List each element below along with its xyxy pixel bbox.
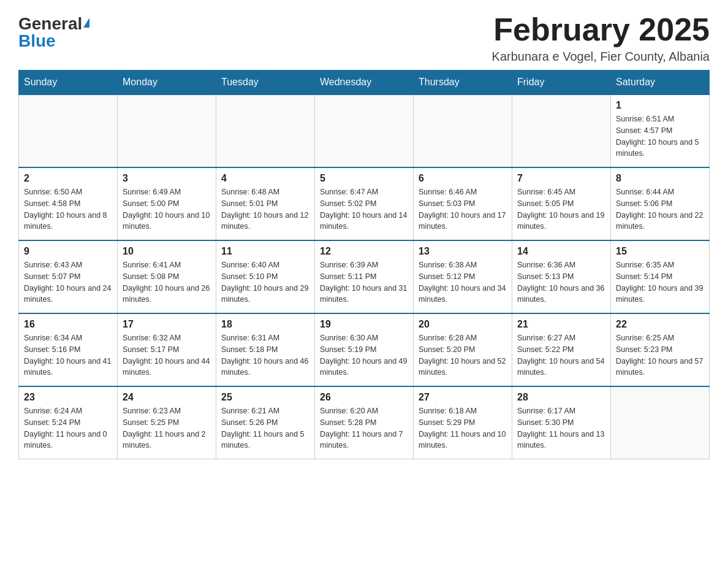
calendar-cell xyxy=(315,94,414,167)
calendar-cell: 18Sunrise: 6:31 AMSunset: 5:18 PMDayligh… xyxy=(216,313,315,386)
day-info: Sunrise: 6:21 AMSunset: 5:26 PMDaylight:… xyxy=(221,405,309,451)
calendar-cell: 7Sunrise: 6:45 AMSunset: 5:05 PMDaylight… xyxy=(512,167,611,240)
calendar-cell xyxy=(118,94,216,167)
day-number: 13 xyxy=(419,246,507,257)
calendar-cell: 9Sunrise: 6:43 AMSunset: 5:07 PMDaylight… xyxy=(19,240,118,313)
day-number: 20 xyxy=(419,319,507,330)
day-info: Sunrise: 6:18 AMSunset: 5:29 PMDaylight:… xyxy=(419,405,507,451)
day-info: Sunrise: 6:23 AMSunset: 5:25 PMDaylight:… xyxy=(123,405,211,451)
calendar-cell: 5Sunrise: 6:47 AMSunset: 5:02 PMDaylight… xyxy=(315,167,414,240)
calendar-cell: 13Sunrise: 6:38 AMSunset: 5:12 PMDayligh… xyxy=(414,240,512,313)
calendar-cell: 28Sunrise: 6:17 AMSunset: 5:30 PMDayligh… xyxy=(512,386,611,459)
page-header: General Blue February 2025 Karbunara e V… xyxy=(18,12,710,64)
calendar-cell xyxy=(512,94,611,167)
day-number: 15 xyxy=(616,246,704,257)
day-info: Sunrise: 6:47 AMSunset: 5:02 PMDaylight:… xyxy=(320,186,408,232)
calendar-cell: 10Sunrise: 6:41 AMSunset: 5:08 PMDayligh… xyxy=(118,240,216,313)
calendar-cell: 11Sunrise: 6:40 AMSunset: 5:10 PMDayligh… xyxy=(216,240,315,313)
day-number: 1 xyxy=(616,100,704,111)
day-number: 3 xyxy=(123,173,211,184)
calendar-cell: 3Sunrise: 6:49 AMSunset: 5:00 PMDaylight… xyxy=(118,167,216,240)
calendar-cell: 2Sunrise: 6:50 AMSunset: 4:58 PMDaylight… xyxy=(19,167,118,240)
day-info: Sunrise: 6:46 AMSunset: 5:03 PMDaylight:… xyxy=(419,186,507,232)
day-number: 2 xyxy=(24,173,112,184)
day-number: 27 xyxy=(419,392,507,403)
day-info: Sunrise: 6:25 AMSunset: 5:23 PMDaylight:… xyxy=(616,332,704,378)
calendar-week-1: 1Sunrise: 6:51 AMSunset: 4:57 PMDaylight… xyxy=(19,94,710,167)
calendar-cell xyxy=(19,94,118,167)
day-info: Sunrise: 6:43 AMSunset: 5:07 PMDaylight:… xyxy=(24,259,112,305)
weekday-header-row: SundayMondayTuesdayWednesdayThursdayFrid… xyxy=(19,71,710,95)
weekday-header-tuesday: Tuesday xyxy=(216,71,315,95)
day-info: Sunrise: 6:50 AMSunset: 4:58 PMDaylight:… xyxy=(24,186,112,232)
day-number: 21 xyxy=(517,319,605,330)
weekday-header-sunday: Sunday xyxy=(19,71,118,95)
day-info: Sunrise: 6:30 AMSunset: 5:19 PMDaylight:… xyxy=(320,332,408,378)
day-number: 26 xyxy=(320,392,408,403)
day-info: Sunrise: 6:51 AMSunset: 4:57 PMDaylight:… xyxy=(616,113,704,159)
day-info: Sunrise: 6:36 AMSunset: 5:13 PMDaylight:… xyxy=(517,259,605,305)
weekday-header-monday: Monday xyxy=(118,71,216,95)
logo-general-text: General xyxy=(18,15,82,33)
day-info: Sunrise: 6:17 AMSunset: 5:30 PMDaylight:… xyxy=(517,405,605,451)
calendar-cell: 25Sunrise: 6:21 AMSunset: 5:26 PMDayligh… xyxy=(216,386,315,459)
day-number: 12 xyxy=(320,246,408,257)
calendar-cell: 20Sunrise: 6:28 AMSunset: 5:20 PMDayligh… xyxy=(414,313,512,386)
day-number: 16 xyxy=(24,319,112,330)
day-info: Sunrise: 6:48 AMSunset: 5:01 PMDaylight:… xyxy=(221,186,309,232)
day-number: 7 xyxy=(517,173,605,184)
day-info: Sunrise: 6:31 AMSunset: 5:18 PMDaylight:… xyxy=(221,332,309,378)
day-number: 14 xyxy=(517,246,605,257)
weekday-header-wednesday: Wednesday xyxy=(315,71,414,95)
calendar-cell: 19Sunrise: 6:30 AMSunset: 5:19 PMDayligh… xyxy=(315,313,414,386)
day-number: 25 xyxy=(221,392,309,403)
day-info: Sunrise: 6:28 AMSunset: 5:20 PMDaylight:… xyxy=(419,332,507,378)
weekday-header-saturday: Saturday xyxy=(611,71,710,95)
month-title: February 2025 xyxy=(492,12,710,47)
calendar-cell: 6Sunrise: 6:46 AMSunset: 5:03 PMDaylight… xyxy=(414,167,512,240)
calendar-cell: 8Sunrise: 6:44 AMSunset: 5:06 PMDaylight… xyxy=(611,167,710,240)
calendar-week-2: 2Sunrise: 6:50 AMSunset: 4:58 PMDaylight… xyxy=(19,167,710,240)
calendar-cell xyxy=(216,94,315,167)
calendar-cell xyxy=(414,94,512,167)
day-number: 22 xyxy=(616,319,704,330)
logo-triangle-icon xyxy=(83,18,89,28)
calendar-cell: 4Sunrise: 6:48 AMSunset: 5:01 PMDaylight… xyxy=(216,167,315,240)
title-section: February 2025 Karbunara e Vogel, Fier Co… xyxy=(492,12,710,64)
day-number: 10 xyxy=(123,246,211,257)
day-number: 28 xyxy=(517,392,605,403)
day-number: 8 xyxy=(616,173,704,184)
calendar-header: SundayMondayTuesdayWednesdayThursdayFrid… xyxy=(19,71,710,95)
weekday-header-thursday: Thursday xyxy=(414,71,512,95)
day-info: Sunrise: 6:41 AMSunset: 5:08 PMDaylight:… xyxy=(123,259,211,305)
day-info: Sunrise: 6:32 AMSunset: 5:17 PMDaylight:… xyxy=(123,332,211,378)
calendar-cell: 21Sunrise: 6:27 AMSunset: 5:22 PMDayligh… xyxy=(512,313,611,386)
calendar-cell: 16Sunrise: 6:34 AMSunset: 5:16 PMDayligh… xyxy=(19,313,118,386)
calendar-cell: 24Sunrise: 6:23 AMSunset: 5:25 PMDayligh… xyxy=(118,386,216,459)
logo: General Blue xyxy=(18,12,89,50)
location-subtitle: Karbunara e Vogel, Fier County, Albania xyxy=(492,50,710,64)
day-info: Sunrise: 6:45 AMSunset: 5:05 PMDaylight:… xyxy=(517,186,605,232)
calendar-cell: 1Sunrise: 6:51 AMSunset: 4:57 PMDaylight… xyxy=(611,94,710,167)
day-info: Sunrise: 6:39 AMSunset: 5:11 PMDaylight:… xyxy=(320,259,408,305)
day-number: 6 xyxy=(419,173,507,184)
day-info: Sunrise: 6:34 AMSunset: 5:16 PMDaylight:… xyxy=(24,332,112,378)
calendar-cell: 27Sunrise: 6:18 AMSunset: 5:29 PMDayligh… xyxy=(414,386,512,459)
day-number: 11 xyxy=(221,246,309,257)
calendar-cell: 14Sunrise: 6:36 AMSunset: 5:13 PMDayligh… xyxy=(512,240,611,313)
calendar-cell xyxy=(611,386,710,459)
day-number: 4 xyxy=(221,173,309,184)
day-number: 23 xyxy=(24,392,112,403)
calendar-week-5: 23Sunrise: 6:24 AMSunset: 5:24 PMDayligh… xyxy=(19,386,710,459)
day-number: 17 xyxy=(123,319,211,330)
day-info: Sunrise: 6:24 AMSunset: 5:24 PMDaylight:… xyxy=(24,405,112,451)
day-number: 5 xyxy=(320,173,408,184)
day-number: 9 xyxy=(24,246,112,257)
calendar-cell: 23Sunrise: 6:24 AMSunset: 5:24 PMDayligh… xyxy=(19,386,118,459)
calendar-body: 1Sunrise: 6:51 AMSunset: 4:57 PMDaylight… xyxy=(19,94,710,459)
calendar-cell: 22Sunrise: 6:25 AMSunset: 5:23 PMDayligh… xyxy=(611,313,710,386)
day-info: Sunrise: 6:40 AMSunset: 5:10 PMDaylight:… xyxy=(221,259,309,305)
day-number: 24 xyxy=(123,392,211,403)
day-number: 18 xyxy=(221,319,309,330)
day-info: Sunrise: 6:20 AMSunset: 5:28 PMDaylight:… xyxy=(320,405,408,451)
